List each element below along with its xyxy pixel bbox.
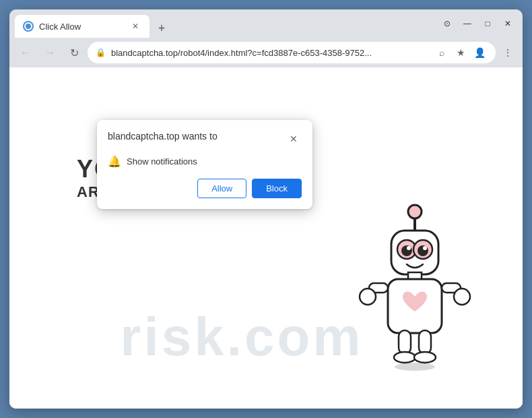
browser-window: Click Allow ✕ + ⊙ — □ ✕ ← → ↻ 🔒 blandcap… <box>9 9 523 409</box>
svg-point-8 <box>423 246 427 250</box>
back-button[interactable]: ← <box>15 42 36 63</box>
svg-rect-16 <box>419 330 431 354</box>
watermark-text: risk.com <box>120 306 363 368</box>
address-bar[interactable]: 🔒 blandcaptcha.top/robot4/index.html?c=f… <box>88 42 496 63</box>
window-controls: ⊙ — □ ✕ <box>438 14 517 33</box>
notification-dialog: blandcaptcha.top wants to ✕ 🔔 Show notif… <box>97 120 312 209</box>
svg-point-1 <box>408 205 422 218</box>
tab-close-button[interactable]: ✕ <box>129 20 141 32</box>
nav-bar: ← → ↻ 🔒 blandcaptcha.top/robot4/index.ht… <box>9 38 523 67</box>
downloads-button[interactable]: ⊙ <box>438 14 457 33</box>
block-button[interactable]: Block <box>252 179 302 198</box>
profile-button[interactable]: 👤 <box>471 44 488 61</box>
svg-point-14 <box>454 289 470 305</box>
tab-title: Click Allow <box>39 22 124 32</box>
page-content: risk.com YOU ARE NOT A ROBOT! <box>9 67 523 409</box>
svg-rect-15 <box>399 330 411 354</box>
tab-favicon-icon <box>23 21 34 32</box>
maximize-button[interactable]: □ <box>478 14 497 33</box>
address-icons: ⌕ ★ 👤 <box>434 44 488 61</box>
svg-point-7 <box>407 246 411 250</box>
svg-point-5 <box>401 245 412 256</box>
url-text: blandcaptcha.top/robot4/index.html?c=fcd… <box>111 48 428 58</box>
robot-svg <box>347 197 482 386</box>
dialog-title: blandcaptcha.top wants to <box>108 131 218 142</box>
active-tab[interactable]: Click Allow ✕ <box>15 15 149 38</box>
browser-content: risk.com YOU ARE NOT A ROBOT! <box>9 67 523 409</box>
search-icon-button[interactable]: ⌕ <box>434 44 450 61</box>
lock-icon: 🔒 <box>96 48 106 57</box>
dialog-buttons: Allow Block <box>108 179 302 198</box>
dialog-close-button[interactable]: ✕ <box>286 131 302 147</box>
svg-point-17 <box>394 352 415 363</box>
bell-icon: 🔔 <box>108 155 121 168</box>
title-bar: Click Allow ✕ + ⊙ — □ ✕ <box>9 9 523 38</box>
svg-point-19 <box>395 363 435 371</box>
svg-point-6 <box>418 245 428 256</box>
robot-illustration <box>347 197 482 388</box>
minimize-button[interactable]: — <box>458 14 477 33</box>
tab-strip: Click Allow ✕ + <box>15 9 224 38</box>
show-notifications-label: Show notifications <box>127 156 197 167</box>
dialog-option: 🔔 Show notifications <box>108 155 302 168</box>
menu-button[interactable]: ⋮ <box>498 43 517 62</box>
forward-button[interactable]: → <box>39 42 61 63</box>
new-tab-button[interactable]: + <box>152 19 171 38</box>
bookmark-button[interactable]: ★ <box>453 44 469 61</box>
reload-button[interactable]: ↻ <box>63 42 85 63</box>
close-button[interactable]: ✕ <box>498 14 517 33</box>
svg-point-13 <box>360 289 376 305</box>
dialog-header: blandcaptcha.top wants to ✕ <box>108 131 302 147</box>
svg-point-18 <box>414 352 436 363</box>
allow-button[interactable]: Allow <box>197 179 246 198</box>
